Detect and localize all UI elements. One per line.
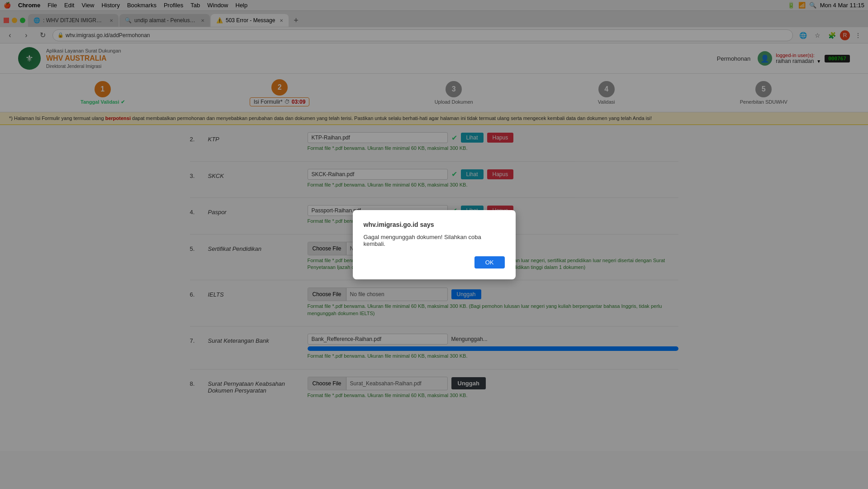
modal-dialog: whv.imigrasi.go.id says Gagal mengunggah… (353, 210, 516, 279)
modal-message: Gagal mengunggah dokumen! Silahkan coba … (364, 234, 505, 247)
modal-actions: OK (364, 256, 505, 268)
modal-ok-button[interactable]: OK (474, 256, 505, 268)
modal-title: whv.imigrasi.go.id says (364, 221, 505, 228)
modal-overlay: whv.imigrasi.go.id says Gagal mengunggah… (0, 0, 868, 451)
